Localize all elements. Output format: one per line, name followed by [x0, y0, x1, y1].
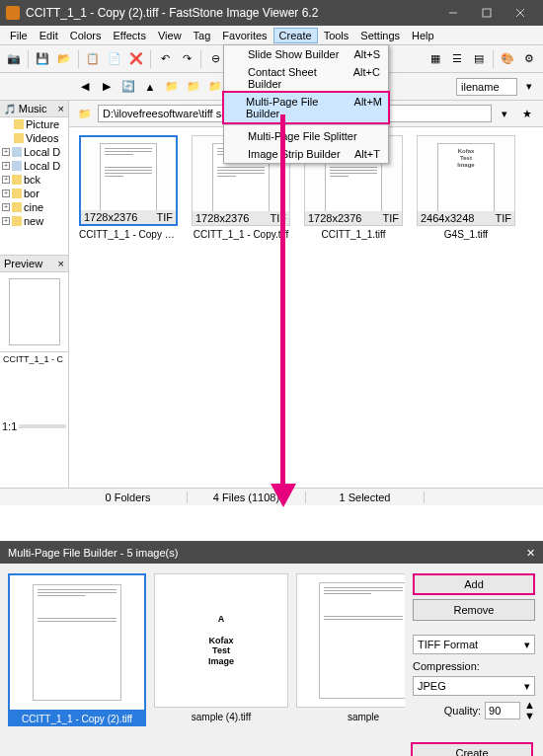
- menu-create[interactable]: Create: [273, 28, 318, 43]
- menu-settings[interactable]: Settings: [354, 28, 406, 43]
- dropdown-item[interactable]: Contact Sheet BuilderAlt+C: [224, 63, 388, 93]
- menu-tag[interactable]: Tag: [188, 28, 217, 43]
- dialog-thumbnail[interactable]: CCITT_1_1 - Copy (2).tiff: [8, 573, 146, 726]
- folder-icon: 📁: [75, 104, 95, 123]
- status-folders: 0 Folders: [69, 491, 188, 503]
- dialog-close-icon[interactable]: ✕: [526, 547, 535, 560]
- multipage-builder-dialog: Multi-Page File Builder - 5 image(s) ✕ C…: [0, 541, 543, 756]
- quality-label: Quality:: [444, 705, 481, 717]
- detail-view-icon[interactable]: ▤: [469, 49, 489, 69]
- settings-icon[interactable]: ⚙: [519, 49, 539, 69]
- chevron-down-icon: ▾: [524, 639, 530, 651]
- menu-favorites[interactable]: Favorites: [216, 28, 272, 43]
- preview-thumb[interactable]: [9, 278, 60, 345]
- create-button[interactable]: Create: [411, 742, 533, 756]
- status-selected: 1 Selected: [306, 491, 425, 503]
- tree-item[interactable]: +Local D: [0, 159, 68, 173]
- svg-rect-1: [483, 9, 491, 17]
- sort-combo[interactable]: ilename: [456, 78, 517, 96]
- titlebar: CCITT_1_1 - Copy (2).tiff - FastStone Im…: [0, 0, 543, 26]
- tree-item[interactable]: +new: [0, 214, 68, 228]
- zoom-out-icon[interactable]: ⊖: [205, 49, 225, 69]
- refresh-icon[interactable]: 🔄: [118, 77, 138, 97]
- statusbar: 0 Folders 4 Files (1108) 1 Selected: [0, 488, 543, 505]
- dropdown-item[interactable]: Slide Show BuilderAlt+S: [224, 45, 388, 63]
- app-icon: [6, 6, 20, 20]
- dialog-title: Multi-Page File Builder - 5 image(s): [8, 547, 178, 559]
- fav1-icon[interactable]: 📁: [162, 77, 182, 97]
- add-button[interactable]: Add: [413, 573, 535, 595]
- zoom-ratio: 1:1: [2, 420, 17, 432]
- menu-edit[interactable]: Edit: [34, 28, 64, 43]
- preview-pane: Preview× 1:1 CCITT_1_1 - C: [0, 255, 69, 434]
- back-icon[interactable]: ◀: [75, 77, 95, 97]
- zoom-slider[interactable]: [19, 424, 66, 428]
- palette-icon[interactable]: 🎨: [498, 49, 517, 69]
- spin-down-icon[interactable]: ▼: [524, 711, 535, 721]
- format-select[interactable]: TIFF Format▾: [413, 635, 535, 654]
- menu-effects[interactable]: Effects: [108, 28, 152, 43]
- preview-name: CCITT_1_1 - C: [0, 351, 68, 366]
- grid-view-icon[interactable]: ▦: [426, 49, 445, 69]
- undo-icon[interactable]: ↶: [155, 49, 175, 69]
- tree-item[interactable]: +cine: [0, 200, 68, 214]
- dropdown-item[interactable]: Image Strip BuilderAlt+T: [224, 145, 388, 163]
- preview-head-label: Preview: [4, 258, 42, 269]
- menu-colors[interactable]: Colors: [64, 28, 108, 43]
- tree-item[interactable]: Videos: [0, 131, 68, 145]
- compression-select[interactable]: JPEG▾: [413, 676, 535, 696]
- minimize-button[interactable]: [436, 0, 470, 26]
- move-icon[interactable]: 📄: [105, 49, 124, 69]
- save-icon[interactable]: 💾: [33, 49, 52, 69]
- menubar: FileEditColorsEffectsViewTagFavoritesCre…: [0, 26, 543, 45]
- delete-icon[interactable]: ❌: [126, 49, 146, 69]
- create-dropdown: Slide Show BuilderAlt+SContact Sheet Bui…: [223, 44, 389, 164]
- menu-tools[interactable]: Tools: [318, 28, 355, 43]
- redo-icon[interactable]: ↷: [177, 49, 196, 69]
- thumbnail[interactable]: 1728x2376TIFCCITT_1_1 - Copy (2)...: [77, 135, 180, 240]
- tree-item[interactable]: +bck: [0, 173, 68, 187]
- folder-open-icon[interactable]: 📂: [54, 49, 74, 69]
- copy-icon[interactable]: 📋: [83, 49, 103, 69]
- list-view-icon[interactable]: ☰: [447, 49, 467, 69]
- dropdown-item[interactable]: Multi-Page File Splitter: [224, 127, 388, 145]
- close-button[interactable]: [504, 0, 537, 26]
- menu-view[interactable]: View: [152, 28, 188, 43]
- path-dropdown-icon[interactable]: ▾: [495, 104, 514, 123]
- maximize-button[interactable]: [470, 0, 504, 26]
- camera-icon[interactable]: 📷: [4, 49, 24, 69]
- tree-item[interactable]: +bor: [0, 187, 68, 200]
- status-files: 4 Files (1108): [188, 491, 306, 503]
- dropdown-item[interactable]: Multi-Page File BuilderAlt+M: [222, 91, 390, 124]
- remove-button[interactable]: Remove: [413, 599, 535, 621]
- star-icon[interactable]: ★: [517, 104, 537, 123]
- preview-close-icon[interactable]: ×: [58, 258, 64, 269]
- forward-icon[interactable]: ▶: [97, 77, 116, 97]
- thumbnail-grid: 1728x2376TIFCCITT_1_1 - Copy (2)...1728x…: [69, 127, 543, 488]
- fav2-icon[interactable]: 📁: [184, 77, 203, 97]
- dialog-thumb-list: CCITT_1_1 - Copy (2).tiffAKofaxTestImage…: [8, 573, 405, 726]
- dialog-thumbnail[interactable]: sample: [296, 573, 405, 726]
- compression-label: Compression:: [413, 660, 535, 672]
- up-icon[interactable]: ▲: [140, 77, 160, 97]
- tree-head: 🎵 Music ×: [0, 101, 68, 117]
- menu-help[interactable]: Help: [406, 28, 440, 43]
- dialog-thumbnail[interactable]: AKofaxTestImagesample (4).tiff: [154, 573, 288, 726]
- quality-spinner[interactable]: 90: [485, 702, 520, 719]
- tree-item[interactable]: +Local D: [0, 145, 68, 159]
- sort-asc-icon[interactable]: ▾: [519, 77, 539, 97]
- menu-file[interactable]: File: [4, 28, 34, 43]
- window-title: CCITT_1_1 - Copy (2).tiff - FastStone Im…: [26, 6, 436, 20]
- chevron-down-icon: ▾: [524, 680, 530, 693]
- tree-item[interactable]: Picture: [0, 117, 68, 131]
- thumbnail[interactable]: KofaxTestImage2464x3248TIFG4S_1.tiff: [415, 135, 517, 240]
